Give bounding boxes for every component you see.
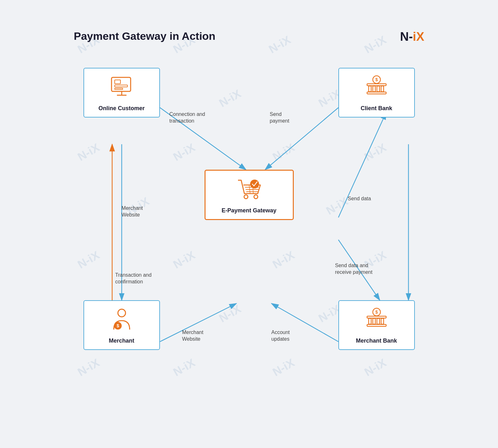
box-merchant: $ Merchant — [83, 300, 160, 350]
client-bank-label: Client Bank — [361, 105, 392, 112]
box-client-bank: $ Client Bank — [338, 68, 415, 117]
logo: N-iX — [400, 30, 424, 44]
svg-rect-39 — [367, 316, 386, 318]
svg-rect-21 — [369, 86, 371, 92]
svg-rect-43 — [381, 318, 384, 324]
label-account-updates: Accountupdates — [271, 329, 290, 343]
label-connection-transaction: Connection andtransaction — [170, 111, 205, 124]
gateway-icon — [235, 177, 263, 204]
svg-point-34 — [118, 309, 126, 317]
svg-rect-41 — [373, 318, 375, 324]
online-customer-label: Online Customer — [98, 105, 145, 112]
logo-n: N — [400, 30, 408, 43]
svg-text:$: $ — [375, 309, 378, 315]
svg-rect-40 — [369, 318, 371, 324]
label-merchant-website-top: MerchantWebsite — [122, 205, 143, 218]
diagram: Connection andtransaction Sendpayment Me… — [74, 49, 424, 415]
merchant-bank-icon: $ — [364, 307, 389, 334]
svg-text:$: $ — [375, 77, 378, 82]
svg-rect-42 — [377, 318, 379, 324]
box-merchant-bank: $ Merchant Bank — [338, 300, 415, 350]
label-transaction-confirmation: Transaction andconfirmation — [115, 272, 152, 285]
svg-rect-24 — [381, 86, 384, 92]
logo-ix: iX — [413, 30, 424, 43]
svg-point-26 — [244, 195, 248, 199]
page: N-iX N-iX N-iX N-iX N-iX N-iX N-iX N-iX … — [58, 17, 440, 431]
svg-rect-23 — [377, 86, 379, 92]
svg-rect-25 — [367, 92, 386, 94]
svg-rect-13 — [115, 80, 120, 84]
gateway-label: E-Payment Gateway — [221, 207, 276, 214]
client-bank-icon: $ — [364, 75, 389, 102]
online-customer-icon — [109, 75, 134, 102]
svg-rect-44 — [367, 324, 386, 326]
page-title: Payment Gateway in Action — [74, 30, 424, 42]
svg-text:$: $ — [117, 323, 119, 328]
merchant-icon: $ — [109, 307, 134, 334]
merchant-label: Merchant — [109, 337, 134, 345]
label-send-data: Send data — [348, 195, 371, 202]
label-send-payment: Sendpayment — [270, 111, 289, 124]
svg-rect-14 — [115, 85, 127, 87]
svg-rect-22 — [373, 86, 375, 92]
logo-dash: - — [409, 30, 413, 43]
box-online-customer: Online Customer — [83, 68, 160, 117]
merchant-bank-label: Merchant Bank — [356, 337, 397, 345]
svg-rect-15 — [115, 88, 123, 89]
svg-point-27 — [254, 195, 258, 199]
label-merchant-website-bottom: MerchantWebsite — [182, 329, 204, 343]
label-send-data-receive: Send data andreceive payment — [335, 262, 372, 276]
svg-rect-20 — [367, 84, 386, 86]
box-gateway: E-Payment Gateway — [205, 170, 294, 220]
